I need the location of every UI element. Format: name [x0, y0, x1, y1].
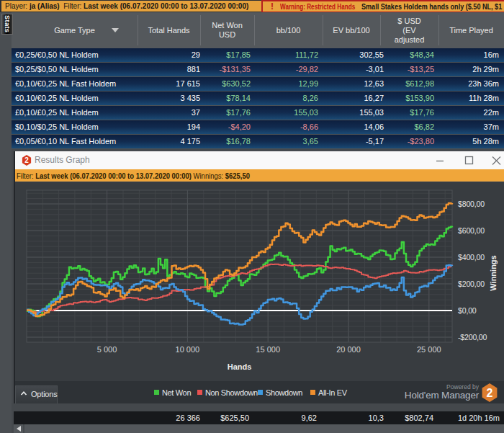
- svg-text:$0,00: $0,00: [458, 306, 477, 315]
- svg-text:Winnings: Winnings: [489, 255, 498, 290]
- svg-text:$800,00: $800,00: [458, 200, 485, 208]
- svg-text:2: 2: [487, 387, 493, 399]
- svg-text:5 000: 5 000: [97, 345, 117, 354]
- svg-text:-$200,00: -$200,00: [458, 333, 487, 342]
- svg-text:$200,00: $200,00: [458, 280, 485, 288]
- svg-text:20 000: 20 000: [336, 345, 361, 354]
- svg-text:10 000: 10 000: [176, 345, 200, 354]
- svg-text:2: 2: [24, 156, 29, 164]
- svg-text:$600,00: $600,00: [458, 226, 485, 235]
- svg-text:15 000: 15 000: [256, 345, 280, 354]
- svg-text:$400,00: $400,00: [458, 253, 485, 262]
- svg-text:Hands: Hands: [228, 362, 252, 371]
- svg-text:25 000: 25 000: [417, 345, 441, 354]
